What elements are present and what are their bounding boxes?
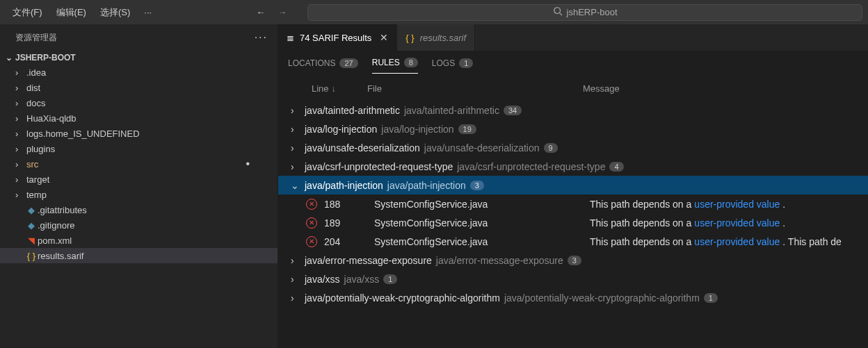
rule-path: java/csrf-unprotected-request-type [457, 161, 605, 172]
result-line: 204 [324, 236, 374, 247]
rule-row[interactable]: ›java/error-message-exposurejava/error-m… [278, 251, 868, 270]
folder-logs[interactable]: ›logs.home_IS_UNDEFINED [0, 126, 278, 141]
result-message: This path depends on a user-provided val… [590, 217, 785, 229]
chevron-right-icon: › [15, 67, 25, 78]
error-icon: ✕ [306, 217, 317, 229]
project-root[interactable]: ⌄ JSHERP-BOOT [0, 51, 278, 65]
rule-name: java/potentially-weak-cryptographic-algo… [305, 292, 500, 304]
file-gitignore[interactable]: ◆.gitignore [0, 217, 278, 233]
message-link[interactable]: user-provided value [694, 217, 780, 229]
result-line: 188 [324, 199, 374, 210]
subtab-logs[interactable]: LOGS 1 [432, 58, 473, 74]
header-file[interactable]: File [367, 83, 583, 94]
chevron-right-icon: › [15, 174, 25, 185]
chevron-icon: › [291, 161, 300, 172]
sidebar-more-icon[interactable]: ··· [255, 31, 268, 44]
header-message[interactable]: Message [583, 83, 868, 94]
nav-forward-icon[interactable]: → [278, 7, 287, 17]
rules-count: 8 [404, 58, 418, 67]
rule-name: java/xss [305, 274, 340, 285]
file-pom[interactable]: ◥pom.xml [0, 233, 278, 248]
rule-row[interactable]: ⌄java/path-injectionjava/path-injection3 [278, 176, 868, 194]
menu-edit[interactable]: 编辑(E) [49, 3, 93, 22]
rule-row[interactable]: ›java/tainted-arithmeticjava/tainted-ari… [278, 101, 868, 119]
chevron-icon: › [291, 142, 300, 154]
project-name: JSHERP-BOOT [15, 53, 76, 63]
result-line: 189 [324, 217, 374, 229]
xml-icon: ◥ [25, 235, 38, 246]
rule-path: java/tainted-arithmetic [404, 105, 499, 116]
subtab-locations[interactable]: LOCATIONS 27 [288, 58, 358, 74]
error-icon: ✕ [306, 199, 317, 210]
rule-name: java/log-injection [305, 124, 377, 135]
file-tree: ›.idea ›dist ›docs ›HuaXia-qldb ›logs.ho… [0, 65, 278, 263]
chevron-right-icon: › [15, 129, 25, 139]
folder-idea[interactable]: ›.idea [0, 65, 278, 80]
result-row[interactable]: ✕189SystemConfigService.javaThis path de… [278, 213, 868, 232]
file-gitattributes[interactable]: ◆.gitattributes [0, 202, 278, 217]
rule-count: 4 [609, 162, 623, 172]
result-row[interactable]: ✕188SystemConfigService.javaThis path de… [278, 194, 868, 213]
logs-count: 1 [459, 58, 473, 68]
rule-path: java/path-injection [387, 180, 466, 191]
chevron-icon: › [291, 105, 300, 116]
menu-more[interactable]: ··· [137, 4, 159, 20]
rule-row[interactable]: ›java/unsafe-deserializationjava/unsafe-… [278, 138, 868, 157]
chevron-down-icon: ⌄ [6, 53, 15, 63]
json-icon: { } [405, 33, 414, 43]
rule-row[interactable]: ›java/xssjava/xss1 [278, 270, 868, 288]
folder-target[interactable]: ›target [0, 172, 278, 187]
modified-dot-icon: • [246, 158, 250, 170]
folder-temp[interactable]: ›temp [0, 187, 278, 202]
chevron-icon: › [291, 255, 300, 266]
rule-name: java/unsafe-deserialization [305, 142, 420, 154]
sidebar-title: 资源管理器 [15, 32, 57, 44]
folder-src[interactable]: ›src• [0, 156, 278, 172]
folder-plugins[interactable]: ›plugins [0, 141, 278, 156]
chevron-right-icon: › [15, 83, 25, 93]
rule-row[interactable]: ›java/potentially-weak-cryptographic-alg… [278, 288, 868, 307]
rule-path: java/xss [344, 274, 380, 285]
chevron-right-icon: › [15, 113, 25, 124]
result-message: This path depends on a user-provided val… [590, 199, 785, 210]
folder-dist[interactable]: ›dist [0, 80, 278, 95]
tab-sarif-results[interactable]: ≣ 74 SARIF Results ✕ [278, 24, 397, 51]
sidebar: 资源管理器 ··· ⌄ JSHERP-BOOT ›.idea ›dist ›do… [0, 24, 278, 348]
svg-point-0 [554, 8, 560, 14]
file-results-sarif[interactable]: { }results.sarif [0, 248, 278, 263]
rule-row[interactable]: ›java/csrf-unprotected-request-typejava/… [278, 157, 868, 176]
message-link[interactable]: user-provided value [694, 199, 780, 210]
nav-back-icon[interactable]: ← [256, 7, 265, 17]
result-file: SystemConfigService.java [374, 236, 590, 247]
result-row[interactable]: ✕204SystemConfigService.javaThis path de… [278, 232, 868, 251]
folder-docs[interactable]: ›docs [0, 95, 278, 110]
chevron-icon: › [291, 292, 300, 304]
menu-select[interactable]: 选择(S) [93, 3, 137, 22]
rule-count: 34 [504, 106, 522, 115]
rule-path: java/unsafe-deserialization [424, 142, 540, 154]
error-icon: ✕ [306, 236, 317, 247]
json-icon: { } [25, 251, 38, 261]
tab-results-sarif[interactable]: { } results.sarif [397, 24, 475, 51]
sort-down-icon: ↓ [332, 84, 336, 94]
search-input[interactable]: jshERP-boot [307, 4, 862, 21]
svg-line-1 [559, 13, 562, 16]
rule-count: 1 [383, 274, 397, 284]
search-text: jshERP-boot [567, 7, 618, 17]
chevron-right-icon: › [15, 144, 25, 154]
chevron-right-icon: › [15, 159, 25, 169]
rule-name: java/error-message-exposure [305, 255, 432, 266]
result-file: SystemConfigService.java [374, 217, 590, 229]
search-icon [553, 6, 563, 18]
folder-huaxia[interactable]: ›HuaXia-qldb [0, 110, 278, 126]
rule-name: java/csrf-unprotected-request-type [305, 161, 453, 172]
rule-name: java/tainted-arithmetic [305, 105, 400, 116]
rule-row[interactable]: ›java/log-injectionjava/log-injection19 [278, 119, 868, 138]
menu-file[interactable]: 文件(F) [6, 3, 49, 22]
header-line[interactable]: Line↓ [312, 83, 367, 94]
chevron-right-icon: › [15, 190, 25, 200]
chevron-right-icon: › [15, 98, 25, 108]
close-icon[interactable]: ✕ [380, 32, 388, 43]
subtab-rules[interactable]: RULES 8 [372, 58, 418, 74]
message-link[interactable]: user-provided value [694, 236, 780, 247]
